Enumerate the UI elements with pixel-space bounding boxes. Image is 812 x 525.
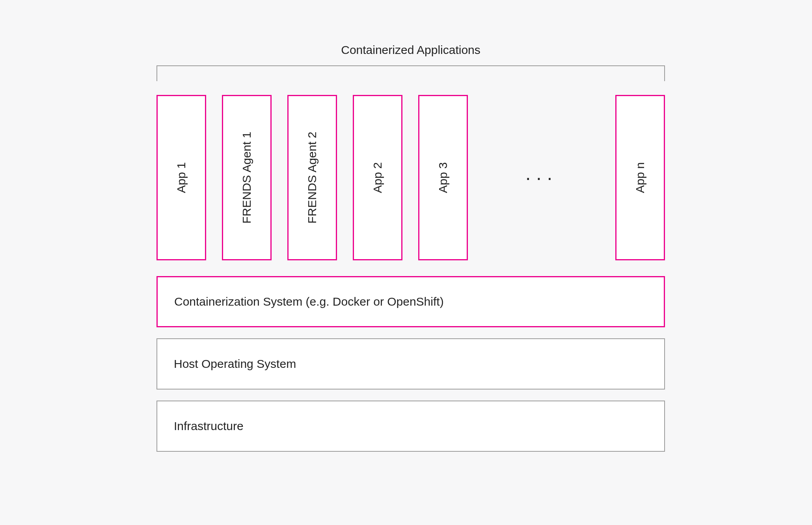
- layer-containerization-system: Containerization System (e.g. Docker or …: [156, 276, 665, 327]
- app-box-frends-agent-2: FRENDS Agent 2: [287, 95, 337, 260]
- app-label: App n: [633, 162, 647, 193]
- app-label: App 2: [371, 162, 384, 193]
- app-box-app3: App 3: [418, 95, 468, 260]
- app-box-app1: App 1: [156, 95, 206, 260]
- diagram-title: Containerized Applications: [156, 43, 665, 57]
- layer-infrastructure: Infrastructure: [156, 401, 665, 452]
- bracket: [156, 65, 665, 81]
- layer-label: Infrastructure: [174, 419, 244, 433]
- apps-row: App 1 FRENDS Agent 1 FRENDS Agent 2 App …: [156, 95, 665, 260]
- app-box-frends-agent-1: FRENDS Agent 1: [222, 95, 272, 260]
- layer-label: Containerization System (e.g. Docker or …: [174, 295, 444, 308]
- app-box-appn: App n: [615, 95, 665, 260]
- containerization-diagram: Containerized Applications App 1 FRENDS …: [156, 43, 665, 452]
- app-box-app2: App 2: [353, 95, 402, 260]
- app-label: FRENDS Agent 1: [240, 132, 253, 223]
- app-label: App 3: [436, 162, 450, 193]
- app-label: App 1: [175, 162, 188, 193]
- layer-host-os: Host Operating System: [156, 338, 665, 390]
- app-label: FRENDS Agent 2: [305, 132, 319, 223]
- layer-label: Host Operating System: [174, 357, 296, 371]
- ellipsis-icon: ···: [484, 167, 600, 189]
